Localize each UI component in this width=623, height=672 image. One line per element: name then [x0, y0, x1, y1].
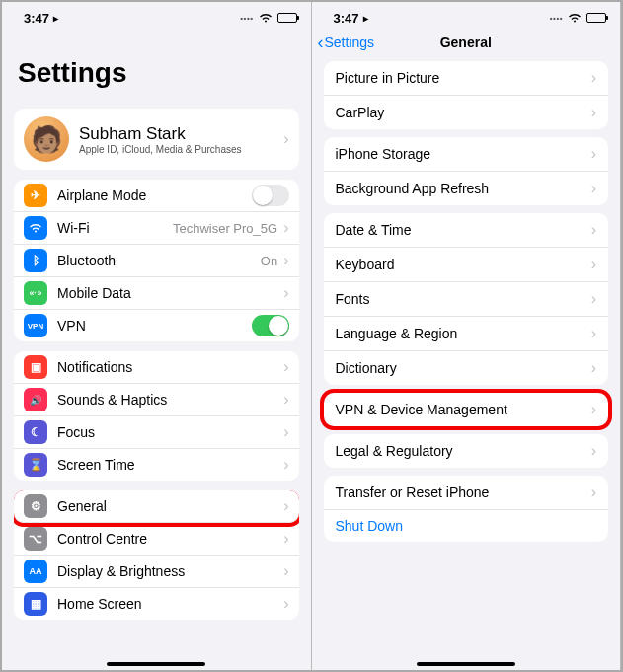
cellular-dots-icon: •••• [550, 14, 563, 23]
wifi-icon [568, 11, 582, 26]
chevron-right-icon: › [591, 484, 596, 501]
chevron-right-icon: › [591, 256, 596, 273]
vpn-mgmt-row[interactable]: VPN & Device Management › [324, 393, 609, 426]
keyboard-label: Keyboard [336, 257, 591, 272]
group-storage: iPhone Storage › Background App Refresh … [324, 137, 609, 205]
home-indicator[interactable] [417, 662, 515, 666]
sounds-label: Sounds & Haptics [57, 392, 283, 408]
date-row[interactable]: Date & Time › [324, 213, 609, 248]
notifications-label: Notifications [57, 359, 283, 375]
bluetooth-label: Bluetooth [57, 253, 261, 268]
group-system: Date & Time › Keyboard › Fonts › Languag… [324, 213, 609, 385]
focus-row[interactable]: ☾ Focus › [14, 416, 299, 449]
airplane-row[interactable]: ✈ Airplane Mode [14, 180, 299, 212]
display-row[interactable]: AA Display & Brightness › [14, 556, 299, 588]
date-label: Date & Time [336, 222, 591, 238]
pip-label: Picture in Picture [336, 70, 591, 86]
chevron-right-icon: › [591, 359, 596, 377]
bluetooth-detail: On [261, 254, 277, 268]
battery-icon [277, 13, 297, 23]
status-bar: 3:47 ▸ •••• [312, 2, 621, 30]
shutdown-label: Shut Down [336, 518, 597, 534]
group-pip: Picture in Picture › CarPlay › [324, 61, 609, 129]
general-label: General [57, 498, 283, 514]
system-group-2: ⚙ General › ⌥ Control Centre › AA Displa… [14, 490, 299, 620]
display-label: Display & Brightness [57, 563, 283, 579]
airplane-toggle[interactable] [252, 185, 289, 206]
network-group: ✈ Airplane Mode Wi-Fi Techwiser Pro_5G ›… [14, 180, 299, 341]
airplane-icon: ✈ [24, 184, 47, 207]
legal-row[interactable]: Legal & Regulatory › [324, 434, 609, 468]
screentime-row[interactable]: ⌛ Screen Time › [14, 449, 299, 481]
home-indicator[interactable] [107, 662, 205, 666]
refresh-row[interactable]: Background App Refresh › [324, 172, 609, 205]
left-screen: 3:47 ▸ •••• Settings 🧑🏽 Subham Stark App… [2, 2, 312, 670]
wifi-row[interactable]: Wi-Fi Techwiser Pro_5G › [14, 212, 299, 245]
notifications-row[interactable]: ▣ Notifications › [14, 351, 299, 384]
system-group-1: ▣ Notifications › 🔊 Sounds & Haptics › ☾… [14, 351, 299, 481]
home-screen-row[interactable]: ▦ Home Screen › [14, 588, 299, 620]
keyboard-row[interactable]: Keyboard › [324, 248, 609, 282]
chevron-right-icon: › [283, 130, 288, 148]
wifi-detail: Techwiser Pro_5G [173, 221, 277, 236]
airplane-label: Airplane Mode [57, 187, 252, 203]
chevron-right-icon: › [283, 391, 288, 409]
focus-label: Focus [57, 424, 283, 440]
control-label: Control Centre [57, 531, 283, 547]
carplay-row[interactable]: CarPlay › [324, 96, 609, 129]
battery-icon [586, 13, 606, 23]
profile-row[interactable]: 🧑🏽 Subham Stark Apple ID, iCloud, Media … [14, 109, 299, 170]
chevron-right-icon: › [283, 595, 288, 613]
legal-label: Legal & Regulatory [336, 443, 591, 459]
chevron-right-icon: › [283, 497, 288, 515]
right-screen: 3:47 ▸ •••• ‹ Settings General Picture i… [312, 2, 622, 670]
bluetooth-row[interactable]: ᛒ Bluetooth On › [14, 245, 299, 277]
nav-bar: ‹ Settings General [312, 30, 621, 59]
cellular-dots-icon: •••• [240, 14, 253, 23]
control-centre-row[interactable]: ⌥ Control Centre › [14, 523, 299, 556]
location-icon: ▸ [363, 13, 368, 24]
chevron-right-icon: › [283, 456, 288, 474]
chevron-right-icon: › [591, 221, 596, 239]
carplay-label: CarPlay [336, 105, 591, 120]
transfer-label: Transfer or Reset iPhone [336, 485, 591, 500]
vpn-toggle[interactable] [252, 315, 289, 336]
vpn-mgmt-label: VPN & Device Management [336, 402, 591, 417]
group-reset: Transfer or Reset iPhone › Shut Down [324, 476, 609, 542]
chevron-right-icon: › [283, 252, 288, 269]
fonts-row[interactable]: Fonts › [324, 282, 609, 317]
lang-label: Language & Region [336, 326, 591, 341]
bluetooth-icon: ᛒ [24, 249, 47, 272]
location-icon: ▸ [53, 13, 58, 24]
mobile-data-row[interactable]: «⋅» Mobile Data › [14, 277, 299, 310]
status-time: 3:47 [24, 11, 49, 26]
profile-name: Subham Stark [79, 124, 283, 144]
home-screen-icon: ▦ [24, 592, 47, 616]
dict-label: Dictionary [336, 360, 591, 376]
sounds-icon: 🔊 [24, 388, 47, 411]
chevron-right-icon: › [283, 562, 288, 580]
dict-row[interactable]: Dictionary › [324, 351, 609, 385]
vpn-label: VPN [57, 318, 252, 334]
lang-row[interactable]: Language & Region › [324, 317, 609, 351]
chevron-right-icon: › [283, 423, 288, 441]
wifi-label: Wi-Fi [57, 220, 173, 236]
pip-row[interactable]: Picture in Picture › [324, 61, 609, 96]
notifications-icon: ▣ [24, 355, 47, 379]
wifi-settings-icon [24, 216, 47, 240]
display-icon: AA [24, 560, 47, 583]
sounds-row[interactable]: 🔊 Sounds & Haptics › [14, 384, 299, 416]
chevron-right-icon: › [591, 442, 596, 460]
transfer-row[interactable]: Transfer or Reset iPhone › [324, 476, 609, 510]
chevron-right-icon: › [591, 325, 596, 342]
screentime-icon: ⌛ [24, 453, 47, 477]
group-legal: Legal & Regulatory › [324, 434, 609, 468]
wifi-icon [259, 11, 273, 26]
shutdown-row[interactable]: Shut Down [324, 510, 609, 542]
fonts-label: Fonts [336, 291, 591, 307]
vpn-row[interactable]: VPN VPN [14, 310, 299, 341]
storage-row[interactable]: iPhone Storage › [324, 137, 609, 172]
screentime-label: Screen Time [57, 457, 283, 473]
nav-title: General [312, 35, 621, 50]
general-row[interactable]: ⚙ General › [14, 490, 299, 523]
